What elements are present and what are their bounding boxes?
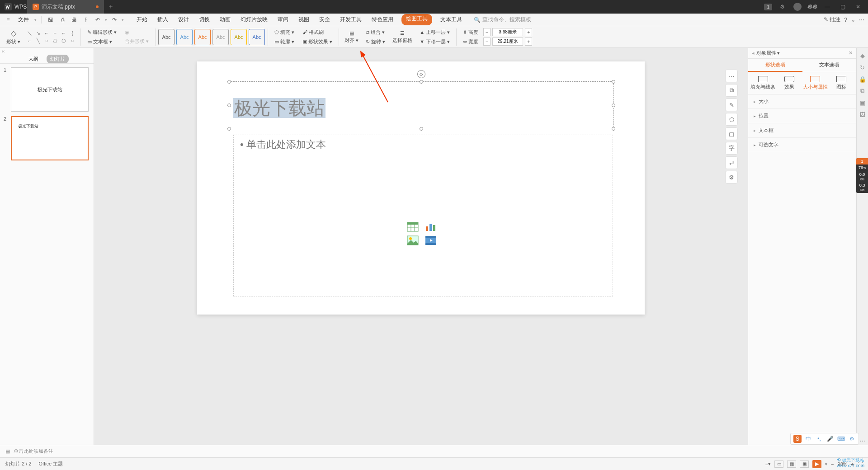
print-preview-icon[interactable]: ⎙: [58, 15, 67, 24]
ime-punct-icon[interactable]: •,: [815, 435, 823, 443]
shape-options-tab[interactable]: 形状选项: [748, 59, 802, 72]
slide-canvas[interactable]: ⟳ 极光下载站 • 单击此处添加文本: [197, 61, 645, 315]
icon-tab[interactable]: 图标: [828, 76, 854, 90]
print-icon[interactable]: 🖶: [70, 15, 79, 24]
slideshow-button[interactable]: ▶: [812, 460, 821, 468]
insert-table-icon[interactable]: [407, 222, 419, 232]
insert-media-icon[interactable]: [425, 235, 437, 245]
content-placeholder[interactable]: • 单击此处添加文本: [233, 135, 613, 296]
export-icon[interactable]: ⭱: [81, 15, 90, 24]
notes-toggle-icon[interactable]: ≡▾: [765, 461, 771, 467]
insert-chart-icon[interactable]: [425, 222, 437, 232]
rail-layers-icon[interactable]: ⧉: [859, 87, 867, 95]
layers-icon[interactable]: ⧉: [725, 84, 738, 97]
position-section[interactable]: ▸位置: [748, 109, 856, 123]
text-options-tab[interactable]: 文本选项: [802, 59, 857, 72]
tab-drawing-tools[interactable]: 绘图工具: [401, 14, 432, 25]
shape-gallery[interactable]: ＼↘⌐⌐⌐{ ⌐╲○⬠⬡○: [26, 30, 76, 44]
height-decrease[interactable]: −: [483, 28, 491, 36]
rotation-handle[interactable]: ⟳: [417, 70, 425, 78]
width-input[interactable]: [492, 38, 523, 46]
ime-settings-icon[interactable]: ⚙: [848, 435, 856, 443]
maximize-button[interactable]: ▢: [837, 1, 848, 12]
help-icon[interactable]: ?: [844, 17, 847, 23]
rail-properties-icon[interactable]: ◆: [859, 52, 867, 60]
selection-pane-button[interactable]: ☰ 选择窗格: [390, 29, 415, 45]
width-decrease[interactable]: −: [483, 38, 491, 46]
style-3[interactable]: Abc: [194, 29, 211, 45]
save-icon[interactable]: 🖫: [46, 15, 55, 24]
annotation-button[interactable]: ✎ 批注: [824, 16, 840, 24]
minimize-button[interactable]: —: [822, 1, 833, 12]
rail-image-icon[interactable]: 🖼: [859, 110, 867, 118]
fill-line-tab[interactable]: 填充与线条: [750, 76, 776, 90]
slides-tab[interactable]: 幻灯片: [47, 55, 69, 63]
search-box[interactable]: 🔍 查找命令、搜索模板: [474, 16, 531, 24]
close-button[interactable]: ✕: [853, 1, 863, 12]
tab-text-tools[interactable]: 文本工具: [439, 14, 464, 25]
pen-icon[interactable]: ✎: [725, 99, 738, 111]
shapes-button[interactable]: ◇ 形状 ▾: [4, 28, 23, 46]
undo-icon[interactable]: ↶: [93, 15, 102, 24]
effects-tab[interactable]: 效果: [776, 76, 802, 90]
tab-transition[interactable]: 切换: [197, 14, 212, 25]
title-text[interactable]: 极光下载站: [233, 96, 326, 121]
size-section[interactable]: ▸大小: [748, 94, 856, 109]
ime-toolbar[interactable]: S 中 •, 🎤 ⌨ ⚙: [790, 433, 859, 445]
style-5[interactable]: Abc: [231, 29, 247, 45]
ime-mic-icon[interactable]: 🎤: [826, 435, 834, 443]
tab-insert[interactable]: 插入: [156, 14, 170, 25]
new-tab-button[interactable]: ＋: [104, 3, 118, 11]
close-panel-icon[interactable]: ✕: [849, 50, 853, 56]
notes-placeholder[interactable]: 单击此处添加备注: [14, 448, 53, 455]
text-icon[interactable]: 字: [725, 142, 738, 155]
ime-keyboard-icon[interactable]: ⌨: [837, 435, 845, 443]
avatar[interactable]: [792, 1, 803, 12]
textbox-button[interactable]: ▭文本框 ▾: [85, 38, 118, 46]
rail-template-icon[interactable]: ▣: [859, 99, 867, 107]
tab-animation[interactable]: 动画: [218, 14, 232, 25]
tab-design[interactable]: 设计: [176, 14, 191, 25]
bring-forward-button[interactable]: ▲上移一层 ▾: [418, 28, 452, 37]
height-input[interactable]: [492, 28, 523, 36]
fill-button[interactable]: ⬠填充 ▾: [273, 28, 296, 37]
document-tab[interactable]: P 演示文稿.pptx: [27, 0, 104, 14]
slide-thumbnail-1[interactable]: 极光下载站: [11, 67, 89, 112]
style-4[interactable]: Abc: [212, 29, 229, 45]
tab-slideshow[interactable]: 幻灯片放映: [239, 14, 269, 25]
style-gallery[interactable]: Abc Abc Abc Abc Abc Abc: [158, 29, 265, 45]
rail-history-icon[interactable]: ↻: [859, 63, 867, 71]
more-icon[interactable]: ⋯: [859, 17, 864, 23]
adjust-icon[interactable]: ⚙: [725, 171, 738, 183]
group-button[interactable]: ⧉组合 ▾: [364, 28, 387, 37]
collapse-panel-icon[interactable]: ‹‹: [0, 48, 6, 55]
style-6[interactable]: Abc: [249, 29, 265, 45]
reading-view-icon[interactable]: ▣: [800, 461, 809, 468]
rail-more-icon[interactable]: ⋯: [859, 437, 867, 445]
file-menu[interactable]: 文件: [15, 16, 32, 24]
tab-security[interactable]: 安全: [317, 14, 332, 25]
style-1[interactable]: Abc: [158, 29, 175, 45]
size-properties-tab[interactable]: 大小与属性: [802, 76, 829, 90]
merge-shapes-icon[interactable]: ◉: [123, 28, 151, 36]
crop-icon[interactable]: ▢: [725, 127, 738, 140]
width-increase[interactable]: +: [525, 38, 532, 46]
gift-icon[interactable]: ⚙: [777, 1, 788, 12]
redo-icon[interactable]: ↷: [110, 15, 119, 24]
slide-thumbnail-2[interactable]: 极光下载站: [11, 116, 89, 160]
tab-view[interactable]: 视图: [297, 14, 311, 25]
menu-icon[interactable]: ≡: [4, 15, 13, 24]
collapse-ribbon-icon[interactable]: ⌄: [851, 17, 855, 23]
rotate-button[interactable]: ↻旋转 ▾: [364, 38, 387, 46]
tab-home[interactable]: 开始: [135, 14, 149, 25]
transform-icon[interactable]: ⇄: [725, 156, 738, 169]
tab-developer[interactable]: 开发工具: [338, 14, 363, 25]
edit-shape-button[interactable]: ✎编辑形状 ▾: [85, 28, 118, 37]
sorter-view-icon[interactable]: ▦: [787, 461, 796, 468]
textbox-section[interactable]: ▸文本框: [748, 123, 856, 138]
shape-effects-button[interactable]: ▣形状效果 ▾: [301, 38, 334, 46]
normal-view-icon[interactable]: ▭: [774, 461, 783, 468]
format-painter-button[interactable]: 🖌格式刷: [301, 28, 334, 37]
home-shape-icon[interactable]: ⬠: [725, 113, 738, 126]
tab-special[interactable]: 特色应用: [370, 14, 395, 25]
